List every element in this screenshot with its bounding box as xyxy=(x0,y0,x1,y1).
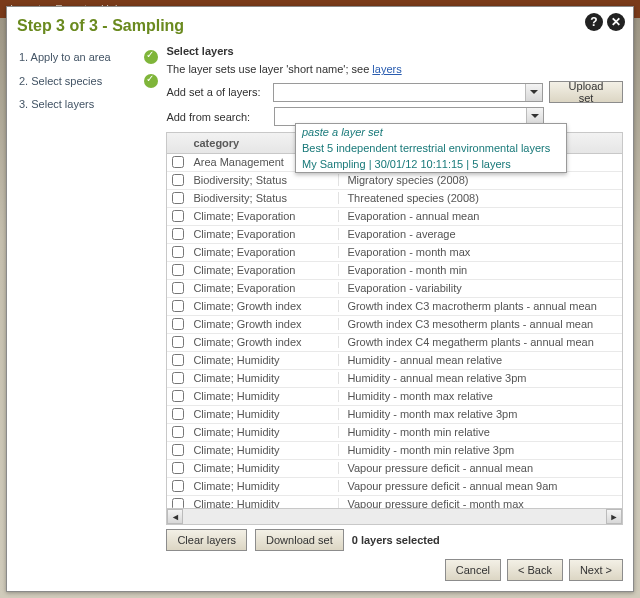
table-row[interactable]: Climate; EvaporationEvaporation - variab… xyxy=(167,280,622,298)
row-category: Climate; Growth index xyxy=(189,336,339,348)
row-checkbox[interactable] xyxy=(172,192,184,204)
back-button[interactable]: < Back xyxy=(507,559,563,581)
row-checkbox[interactable] xyxy=(172,390,184,402)
scroll-left-icon[interactable]: ◄ xyxy=(167,509,183,524)
clear-layers-button[interactable]: Clear layers xyxy=(166,529,247,551)
row-name: Evaporation - variability xyxy=(339,282,622,294)
table-body[interactable]: Area ManagementNatural resource manageme… xyxy=(167,154,622,509)
table-row[interactable]: Climate; HumidityHumidity - month max re… xyxy=(167,388,622,406)
row-category: Climate; Evaporation xyxy=(189,228,339,240)
table-row[interactable]: Climate; EvaporationEvaporation - month … xyxy=(167,244,622,262)
table-row[interactable]: Climate; HumidityHumidity - annual mean … xyxy=(167,352,622,370)
table-row[interactable]: Biodiversity; StatusMigratory species (2… xyxy=(167,172,622,190)
check-icon xyxy=(144,50,158,64)
row-category: Climate; Evaporation xyxy=(189,264,339,276)
row-name: Humidity - annual mean relative 3pm xyxy=(339,372,622,384)
table-row[interactable]: Climate; EvaporationEvaporation - annual… xyxy=(167,208,622,226)
add-set-combobox[interactable] xyxy=(273,83,543,102)
row-checkbox[interactable] xyxy=(172,336,184,348)
step-2[interactable]: 2. Select species xyxy=(19,75,102,87)
row-category: Climate; Humidity xyxy=(189,480,339,492)
suggest-item[interactable]: My Sampling | 30/01/12 10:11:15 | 5 laye… xyxy=(296,156,566,172)
row-name: Threatened species (2008) xyxy=(339,192,622,204)
row-checkbox[interactable] xyxy=(172,246,184,258)
row-checkbox[interactable] xyxy=(172,300,184,312)
selected-count: 0 layers selected xyxy=(352,534,440,546)
row-checkbox[interactable] xyxy=(172,444,184,456)
row-name: Humidity - month max relative 3pm xyxy=(339,408,622,420)
table-row[interactable]: Climate; HumidityHumidity - month min re… xyxy=(167,442,622,460)
row-category: Climate; Humidity xyxy=(189,354,339,366)
row-category: Climate; Growth index xyxy=(189,318,339,330)
table-row[interactable]: Climate; Growth indexGrowth index C3 mes… xyxy=(167,316,622,334)
row-category: Climate; Humidity xyxy=(189,462,339,474)
add-set-label: Add set a of layers: xyxy=(166,86,267,98)
intro-text: The layer sets use layer 'short name'; s… xyxy=(166,63,623,75)
table-row[interactable]: Climate; HumidityHumidity - month max re… xyxy=(167,406,622,424)
step-3[interactable]: 3. Select layers xyxy=(19,98,94,110)
table-row[interactable]: Climate; Growth indexGrowth index C3 mac… xyxy=(167,298,622,316)
row-name: Evaporation - month max xyxy=(339,246,622,258)
row-checkbox[interactable] xyxy=(172,156,184,168)
table-row[interactable]: Climate; HumidityVapour pressure deficit… xyxy=(167,478,622,496)
table-row[interactable]: Climate; HumidityVapour pressure deficit… xyxy=(167,460,622,478)
row-name: Evaporation - month min xyxy=(339,264,622,276)
row-category: Climate; Humidity xyxy=(189,426,339,438)
row-checkbox[interactable] xyxy=(172,228,184,240)
row-checkbox[interactable] xyxy=(172,372,184,384)
table-row[interactable]: Climate; HumidityVapour pressure deficit… xyxy=(167,496,622,509)
row-checkbox[interactable] xyxy=(172,408,184,420)
row-name: Humidity - month min relative xyxy=(339,426,622,438)
layers-link[interactable]: layers xyxy=(372,63,401,75)
table-row[interactable]: Climate; EvaporationEvaporation - month … xyxy=(167,262,622,280)
horizontal-scrollbar[interactable]: ◄ ► xyxy=(167,508,622,524)
row-category: Climate; Evaporation xyxy=(189,210,339,222)
table-row[interactable]: Climate; HumidityHumidity - month min re… xyxy=(167,424,622,442)
modal-dialog: ? ✕ Step 3 of 3 - Sampling 1. Apply to a… xyxy=(6,6,634,592)
row-category: Climate; Humidity xyxy=(189,408,339,420)
wizard-steps: 1. Apply to an area 2. Select species 3.… xyxy=(17,45,166,581)
section-title: Select layers xyxy=(166,45,623,57)
row-name: Humidity - month min relative 3pm xyxy=(339,444,622,456)
layer-set-suggestions: paste a layer set Best 5 independent ter… xyxy=(295,123,567,173)
row-category: Climate; Evaporation xyxy=(189,282,339,294)
table-row[interactable]: Climate; Growth indexGrowth index C4 meg… xyxy=(167,334,622,352)
row-checkbox[interactable] xyxy=(172,174,184,186)
suggest-item[interactable]: paste a layer set xyxy=(296,124,566,140)
row-category: Climate; Evaporation xyxy=(189,246,339,258)
dialog-title: Step 3 of 3 - Sampling xyxy=(17,17,623,35)
suggest-item[interactable]: Best 5 independent terrestrial environme… xyxy=(296,140,566,156)
add-search-label: Add from search: xyxy=(166,111,268,123)
row-category: Climate; Humidity xyxy=(189,498,339,508)
table-row[interactable]: Climate; HumidityHumidity - annual mean … xyxy=(167,370,622,388)
table-row[interactable]: Biodiversity; StatusThreatened species (… xyxy=(167,190,622,208)
table-row[interactable]: Climate; EvaporationEvaporation - averag… xyxy=(167,226,622,244)
row-checkbox[interactable] xyxy=(172,282,184,294)
cancel-button[interactable]: Cancel xyxy=(445,559,501,581)
row-checkbox[interactable] xyxy=(172,426,184,438)
scroll-right-icon[interactable]: ► xyxy=(606,509,622,524)
row-checkbox[interactable] xyxy=(172,318,184,330)
row-checkbox[interactable] xyxy=(172,354,184,366)
row-category: Climate; Humidity xyxy=(189,372,339,384)
row-name: Migratory species (2008) xyxy=(339,174,622,186)
row-category: Climate; Humidity xyxy=(189,390,339,402)
row-checkbox[interactable] xyxy=(172,462,184,474)
row-name: Vapour pressure deficit - month max xyxy=(339,498,622,508)
chevron-down-icon[interactable] xyxy=(525,84,542,101)
row-checkbox[interactable] xyxy=(172,210,184,222)
step-1[interactable]: 1. Apply to an area xyxy=(19,51,111,63)
row-checkbox[interactable] xyxy=(172,480,184,492)
row-checkbox[interactable] xyxy=(172,264,184,276)
row-name: Growth index C4 megatherm plants - annua… xyxy=(339,336,622,348)
row-name: Vapour pressure deficit - annual mean 9a… xyxy=(339,480,622,492)
row-name: Humidity - annual mean relative xyxy=(339,354,622,366)
download-set-button[interactable]: Download set xyxy=(255,529,344,551)
row-checkbox[interactable] xyxy=(172,498,184,508)
upload-set-button[interactable]: Upload set xyxy=(549,81,623,103)
layers-table: category name Area ManagementNatural res… xyxy=(166,132,623,525)
row-name: Growth index C3 mesotherm plants - annua… xyxy=(339,318,622,330)
row-name: Evaporation - average xyxy=(339,228,622,240)
next-button[interactable]: Next > xyxy=(569,559,623,581)
row-category: Climate; Growth index xyxy=(189,300,339,312)
